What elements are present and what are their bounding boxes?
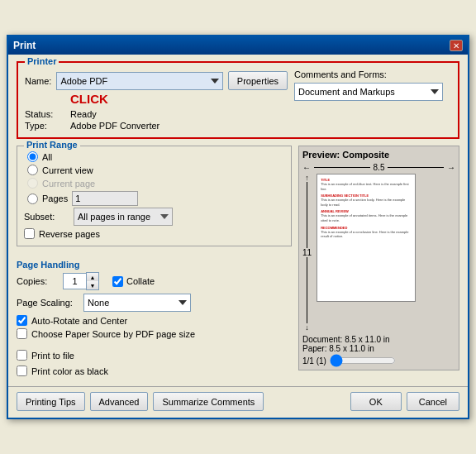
ruler-arrow-down: ↓ bbox=[305, 323, 309, 332]
print-dialog: Print ✕ Printer Name: Adobe PDF Properti… bbox=[7, 35, 469, 419]
pages-radio-row[interactable]: Pages bbox=[27, 191, 284, 206]
print-to-file-label: Print to file bbox=[31, 351, 74, 361]
footer: Printing Tips Advanced Summarize Comment… bbox=[8, 386, 468, 418]
preview-width-label: 8.5 bbox=[374, 163, 385, 172]
printer-group: Printer Name: Adobe PDF Properties CLICK bbox=[17, 61, 459, 139]
pages-label: Pages bbox=[42, 194, 68, 203]
cancel-button[interactable]: Cancel bbox=[407, 392, 459, 411]
type-label: Type: bbox=[25, 121, 70, 131]
page-scaling-label: Page Scaling: bbox=[17, 298, 79, 308]
all-radio-row[interactable]: All bbox=[27, 151, 284, 162]
preview-line-8: This is an example of a conclusion line.… bbox=[321, 230, 412, 239]
preview-info: Document: 8.5 x 11.0 in Paper: 8.5 x 11.… bbox=[302, 335, 396, 366]
pages-input[interactable] bbox=[72, 191, 138, 206]
auto-rotate-checkbox[interactable] bbox=[17, 315, 27, 326]
page-slider[interactable] bbox=[330, 355, 396, 366]
printing-tips-button[interactable]: Printing Tips bbox=[17, 392, 85, 411]
type-value: Adobe PDF Converter bbox=[70, 121, 159, 131]
summarize-comments-button[interactable]: Summarize Comments bbox=[153, 392, 264, 411]
advanced-button[interactable]: Advanced bbox=[90, 392, 149, 411]
current-page-label: Current page bbox=[42, 179, 95, 189]
ok-button[interactable]: OK bbox=[350, 392, 402, 411]
close-button[interactable]: ✕ bbox=[450, 40, 463, 51]
choose-paper-label: Choose Paper Source by PDF page size bbox=[31, 329, 195, 339]
comments-forms-label: Comments and Forms: bbox=[294, 69, 451, 79]
status-value: Ready bbox=[70, 109, 97, 119]
reverse-pages-checkbox[interactable] bbox=[24, 228, 35, 239]
current-view-radio-row[interactable]: Current view bbox=[27, 165, 284, 175]
page-scaling-select[interactable]: None bbox=[83, 294, 191, 312]
print-color-checkbox[interactable] bbox=[17, 366, 27, 376]
preview-line-4: This is an example of a section body. He… bbox=[321, 198, 412, 207]
choose-paper-checkbox[interactable] bbox=[17, 328, 27, 339]
ruler-arrow-right: → bbox=[447, 163, 455, 172]
status-label: Status: bbox=[25, 109, 70, 119]
page-handling-title: Page Handling bbox=[17, 260, 292, 270]
bottom-checkboxes: Print to file Print color as black bbox=[17, 347, 292, 376]
collate-label: Collate bbox=[126, 276, 155, 286]
reverse-pages-label: Reverse pages bbox=[39, 229, 100, 239]
page-preview: TITLE This is an example of red-blue tex… bbox=[317, 174, 416, 302]
printer-select[interactable]: Adobe PDF bbox=[56, 72, 222, 90]
print-range-label: Print Range bbox=[24, 140, 80, 150]
current-page-radio-row[interactable]: Current page bbox=[27, 178, 284, 189]
auto-rotate-label: Auto-Rotate and Center bbox=[31, 316, 127, 326]
current-view-radio[interactable] bbox=[27, 165, 38, 175]
name-label: Name: bbox=[25, 76, 51, 86]
paper-info: Paper: 8.5 x 11.0 in bbox=[302, 344, 396, 353]
copies-up-button[interactable]: ▲ bbox=[87, 273, 98, 281]
document-info: Document: 8.5 x 11.0 in bbox=[302, 335, 396, 344]
copies-input[interactable] bbox=[63, 273, 86, 289]
subset-select[interactable]: All pages in range bbox=[74, 208, 173, 226]
dialog-title: Print bbox=[13, 40, 36, 51]
all-label: All bbox=[42, 152, 52, 162]
page-info: 1/1 (1) bbox=[302, 356, 326, 366]
printer-group-label: Printer bbox=[25, 56, 59, 66]
preview-panel: Preview: Composite ← 8.5 → ↑ bbox=[298, 146, 459, 376]
click-label: CLICK bbox=[70, 92, 108, 106]
print-range-group: Print Range All Current view Current bbox=[17, 146, 292, 246]
copies-down-button[interactable]: ▼ bbox=[87, 281, 98, 289]
collate-checkbox[interactable] bbox=[112, 276, 123, 287]
ruler-arrow-up: ↑ bbox=[305, 174, 309, 182]
preview-title: Preview: Composite bbox=[302, 150, 389, 160]
current-view-label: Current view bbox=[42, 165, 93, 175]
comments-forms-select[interactable]: Document and Markups Document Form Field… bbox=[294, 83, 443, 101]
preview-box: Preview: Composite ← 8.5 → ↑ bbox=[298, 146, 459, 370]
subset-label: Subset: bbox=[24, 212, 69, 222]
print-to-file-checkbox[interactable] bbox=[17, 350, 27, 361]
page-handling-section: Page Handling Copies: ▲ ▼ Collat bbox=[17, 260, 292, 339]
pages-radio[interactable] bbox=[27, 194, 38, 204]
copies-spinner[interactable]: ▲ ▼ bbox=[63, 272, 99, 290]
ruler-arrow-left: ← bbox=[302, 163, 311, 172]
preview-line-2: This is an example of red-blue text. Her… bbox=[321, 182, 412, 191]
properties-button[interactable]: Properties bbox=[228, 71, 288, 90]
print-color-label: Print color as black bbox=[31, 366, 108, 376]
all-radio[interactable] bbox=[27, 151, 38, 162]
preview-line-6: This is an example of annotated items. H… bbox=[321, 213, 412, 222]
title-bar: Print ✕ bbox=[8, 36, 468, 55]
preview-height-label: 11 bbox=[302, 248, 312, 257]
current-page-radio[interactable] bbox=[27, 178, 38, 189]
copies-label: Copies: bbox=[17, 276, 58, 286]
